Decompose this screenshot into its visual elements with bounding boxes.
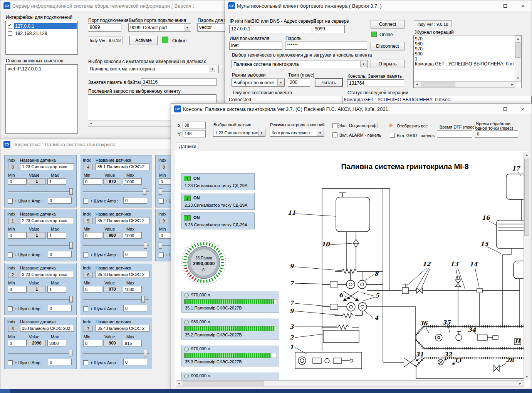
server-port-input[interactable]: 9099: [313, 25, 345, 33]
chevron-down-icon[interactable]: [360, 61, 367, 67]
taskbar[interactable]: [0, 389, 532, 393]
chevron-down-icon[interactable]: [209, 65, 215, 72]
min-input[interactable]: 0: [83, 178, 102, 185]
operations-log[interactable]: 9709809709001Команда GET : УСПЕШНО ВЫПОЛ…: [413, 35, 522, 88]
sensor-name-input[interactable]: 35.2.Паливомір СКЭС-2: [96, 217, 149, 224]
value-slider[interactable]: [83, 350, 149, 357]
log-line[interactable]: 970: [415, 36, 514, 41]
sensor-name-input[interactable]: 1.23.Сигналізатор тиск: [20, 163, 74, 170]
close-button[interactable]: ×: [514, 0, 532, 11]
log-vscrollbar[interactable]: ▲ ▼: [515, 35, 521, 82]
sensor-name-input[interactable]: 2.23.Сигналізатор тиск: [20, 217, 74, 224]
min-input[interactable]: 0: [8, 286, 27, 293]
noise-amp-input[interactable]: 0: [123, 359, 147, 365]
port-input[interactable]: 9099: [88, 23, 121, 32]
scroll-up-icon[interactable]: ▲: [515, 36, 521, 42]
log-line[interactable]: ----------------------------------------…: [415, 66, 514, 71]
scroll-down-icon[interactable]: ▼: [524, 374, 530, 380]
noise-checkbox[interactable]: [8, 306, 13, 311]
scroll-left-icon[interactable]: ◄: [176, 381, 182, 386]
value-slider[interactable]: [8, 350, 73, 357]
noise-checkbox[interactable]: [8, 360, 13, 365]
log-line[interactable]: Команда GET : УСПЕШНО ВЫПОЛНЕНА: 0 msec.: [415, 61, 514, 66]
min-input[interactable]: 0: [83, 232, 102, 239]
slider-thumb[interactable]: [159, 242, 162, 249]
client-titlebar[interactable]: СУ Мультиконсольный клиент бортового инж…: [225, 0, 532, 11]
mode-combo[interactable]: Выборка по кнопке: [232, 79, 285, 87]
interface-checkbox[interactable]: [8, 24, 12, 28]
noise-amp-input[interactable]: 0: [48, 305, 72, 311]
noise-checkbox[interactable]: [83, 360, 88, 365]
tempo-input[interactable]: 200: [288, 79, 310, 87]
log-line[interactable]: 970: [415, 46, 514, 51]
point-time-input[interactable]: 0: [475, 130, 518, 138]
max-input[interactable]: 1030: [123, 286, 142, 293]
value-slider[interactable]: [83, 188, 149, 196]
value-slider[interactable]: [8, 242, 73, 249]
scroll-left-icon[interactable]: ◄: [88, 120, 94, 126]
interface-list-item[interactable]: 192.168.31.128: [7, 30, 77, 37]
open-button[interactable]: Открыть: [371, 60, 404, 68]
slider-thumb[interactable]: [144, 350, 147, 356]
noise-checkbox[interactable]: [83, 306, 88, 311]
canvas-vscrollbar[interactable]: ▲ ▼: [524, 152, 530, 380]
noise-checkbox[interactable]: [8, 199, 13, 204]
sensor-select-combo[interactable]: 1.23.Сигналізатор тис: [213, 129, 265, 137]
interface-checkbox[interactable]: [8, 31, 12, 36]
scroll-left-icon[interactable]: ◄: [414, 82, 420, 87]
interface-label[interactable]: 192.168.31.128: [14, 30, 77, 37]
app-select-combo[interactable]: Паливна система гвинтокрила: [232, 60, 368, 68]
noise-amp-input[interactable]: 0: [48, 197, 72, 204]
scroll-down-icon[interactable]: ▼: [515, 75, 521, 81]
user-input[interactable]: inet: [229, 42, 282, 50]
chevron-down-icon[interactable]: [258, 130, 265, 136]
maximize-button[interactable]: [496, 0, 514, 11]
read-button[interactable]: Читать: [315, 78, 343, 87]
address-input[interactable]: 127.0.0.1: [229, 25, 311, 33]
noise-amp-input[interactable]: 0: [48, 251, 72, 258]
slider-thumb[interactable]: [69, 296, 73, 303]
canvas-hscrollbar[interactable]: ◄ ►: [176, 380, 524, 387]
disconnect-button[interactable]: Disconnect: [371, 42, 404, 50]
scrollbar-thumb[interactable]: [524, 159, 529, 236]
client-list-item[interactable]: inet IP:127.0.0.1: [8, 66, 41, 72]
max-input[interactable]: 1: [47, 178, 66, 185]
clients-list[interactable]: inet IP:127.0.0.1: [5, 64, 78, 134]
value-slider[interactable]: [8, 188, 73, 196]
max-input[interactable]: 1000: [123, 232, 142, 239]
min-input[interactable]: 0: [8, 232, 27, 239]
noise-amp-input[interactable]: 0: [123, 197, 147, 204]
slider-thumb[interactable]: [69, 350, 72, 356]
scroll-right-icon[interactable]: ►: [509, 82, 515, 87]
sensor-name-input[interactable]: 35.Паливомір СКЭС-202: [20, 325, 74, 332]
min-input[interactable]: 0: [8, 178, 27, 185]
max-input[interactable]: 915: [123, 340, 142, 346]
close-button[interactable]: ×: [514, 104, 532, 114]
min-input[interactable]: 0: [83, 286, 102, 293]
max-input[interactable]: 1: [47, 286, 66, 293]
value-slider[interactable]: [8, 296, 73, 303]
console-titlebar[interactable]: СУ Консоль: Паливна система гвинтокрила …: [171, 104, 532, 114]
log-line[interactable]: 900: [415, 51, 514, 56]
max-input[interactable]: 1000: [123, 178, 142, 185]
scroll-up-icon[interactable]: ▲: [524, 152, 530, 158]
minimize-button[interactable]: [478, 0, 496, 11]
noise-checkbox[interactable]: [159, 253, 164, 258]
sensor-name-input[interactable]: 35.4.Паливомір СКЭС-2: [96, 325, 149, 332]
noise-checkbox[interactable]: [159, 199, 164, 204]
slider-thumb[interactable]: [69, 242, 73, 249]
slider-thumb[interactable]: [159, 188, 162, 195]
server-titlebar[interactable]: СУ Сервер информационной системы сбора т…: [0, 0, 248, 11]
start-button[interactable]: [0, 389, 10, 393]
password-input[interactable]: ******: [285, 42, 367, 50]
log-hscrollbar[interactable]: ◄ ►: [414, 81, 515, 88]
scroll-right-icon[interactable]: ►: [517, 381, 523, 386]
activate-button[interactable]: Activate: [129, 36, 158, 45]
minimize-button[interactable]: [478, 104, 496, 114]
scrollbar-thumb[interactable]: [183, 381, 263, 386]
slider-thumb[interactable]: [143, 188, 146, 195]
noise-amp-input[interactable]: 0: [48, 359, 72, 365]
slider-thumb[interactable]: [69, 188, 73, 195]
interface-label[interactable]: 127.0.0.1: [14, 23, 77, 29]
noise-amp-input[interactable]: 0: [123, 251, 147, 258]
